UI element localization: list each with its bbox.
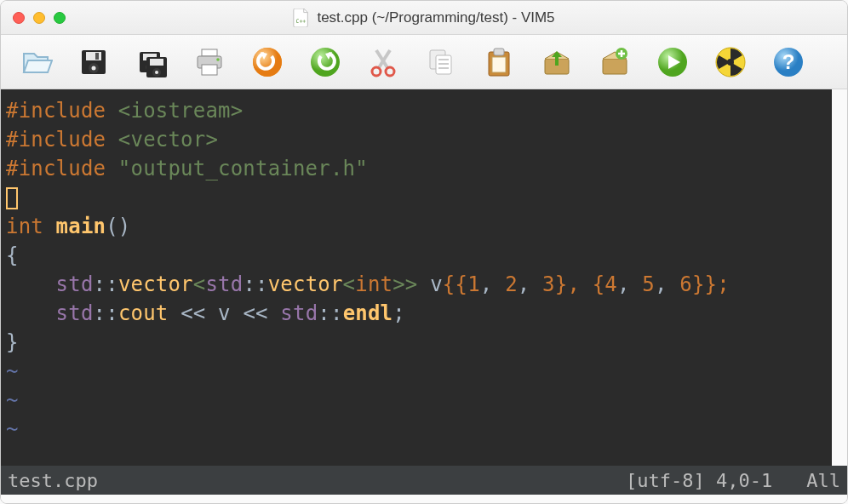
svg-rect-2	[86, 52, 101, 60]
status-position: 4,0-1	[716, 470, 772, 491]
minimize-window-button[interactable]	[33, 12, 45, 24]
cpp-file-icon: C++	[293, 9, 310, 27]
svg-rect-32	[603, 59, 627, 74]
upload-button[interactable]	[537, 43, 576, 82]
svg-point-36	[727, 59, 734, 66]
code-line: #include <vector>	[6, 125, 827, 154]
titlebar: C++ test.cpp (~/Programming/test) - VIM5	[1, 1, 847, 35]
help-button[interactable]: ?	[769, 43, 808, 82]
svg-rect-29	[494, 49, 504, 55]
svg-rect-30	[492, 57, 506, 72]
copy-button[interactable]	[421, 43, 461, 82]
svg-text:C++: C++	[296, 17, 307, 24]
save-button[interactable]	[74, 43, 113, 82]
open-button[interactable]	[16, 43, 55, 82]
status-encoding: [utf-8]	[626, 470, 705, 491]
code-line: std::cout << v << std::endl;	[6, 299, 827, 328]
new-button[interactable]	[595, 43, 634, 82]
code-line: {	[6, 241, 827, 270]
window-title: test.cpp (~/Programming/test) - VIM5	[317, 9, 554, 26]
code-editor[interactable]: #include <iostream> #include <vector> #i…	[1, 89, 832, 466]
app-window: C++ test.cpp (~/Programming/test) - VIM5	[0, 0, 848, 504]
code-line: std::vector<std::vector<int>> v{{1, 2, 3…	[6, 270, 827, 299]
editor-area: #include <iostream> #include <vector> #i…	[1, 89, 847, 466]
radiation-button[interactable]	[711, 43, 750, 82]
paste-button[interactable]	[479, 43, 519, 82]
vertical-scrollbar[interactable]	[832, 89, 847, 466]
svg-text:?: ?	[782, 50, 795, 73]
traffic-lights	[13, 12, 66, 24]
code-line: #include "output_container.h"	[6, 154, 827, 183]
code-line: int main()	[6, 212, 827, 241]
empty-line-tilde: ~	[6, 357, 827, 386]
code-line: #include <iostream>	[6, 96, 827, 125]
svg-rect-14	[202, 49, 217, 56]
svg-point-22	[386, 67, 394, 76]
empty-line-tilde: ~	[6, 415, 827, 444]
save-all-button[interactable]	[132, 43, 171, 82]
toolbar: ?	[1, 35, 847, 89]
svg-rect-11	[150, 59, 163, 66]
cursor-block	[6, 187, 18, 209]
svg-rect-16	[202, 65, 217, 75]
svg-rect-3	[95, 53, 99, 60]
window-bottom-band	[1, 495, 847, 503]
print-button[interactable]	[190, 43, 229, 82]
close-window-button[interactable]	[13, 12, 25, 24]
status-bar: test.cpp [utf-8] 4,0-1 All	[1, 466, 847, 495]
svg-point-13	[155, 71, 158, 74]
status-filename: test.cpp	[8, 470, 98, 491]
zoom-window-button[interactable]	[54, 12, 66, 24]
status-scroll: All	[806, 470, 840, 491]
svg-point-21	[372, 67, 381, 76]
redo-button[interactable]	[306, 43, 345, 82]
svg-point-17	[216, 58, 220, 61]
svg-point-5	[92, 66, 96, 70]
code-line	[6, 183, 827, 212]
empty-line-tilde: ~	[6, 386, 827, 415]
undo-button[interactable]	[248, 43, 287, 82]
cut-button[interactable]	[364, 43, 403, 82]
code-line: }	[6, 328, 827, 357]
run-button[interactable]	[653, 43, 692, 82]
